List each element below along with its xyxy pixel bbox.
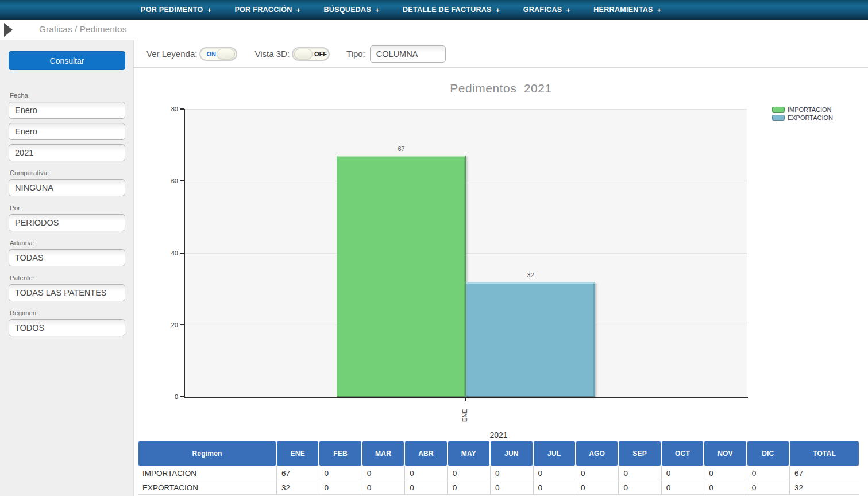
y-axis-tick (180, 108, 184, 110)
table-header-oct: OCT (661, 441, 704, 466)
table-cell-value: 0 (404, 466, 447, 480)
chart-panel: Pedimentos 2021 IMPORTACIONEXPORTACION 0… (134, 68, 868, 431)
table-cell-value: 0 (533, 466, 576, 480)
nav-item-por-fracci-n[interactable]: POR FRACCIÓN+ (234, 6, 300, 14)
table-header-jun: JUN (490, 441, 533, 466)
nav-item-graficas[interactable]: GRAFICAS+ (523, 6, 571, 14)
plus-icon: + (566, 6, 570, 14)
nav-item-herramientas[interactable]: HERRAMIENTAS+ (593, 6, 661, 14)
table-cell-regimen: EXPORTACION (138, 480, 276, 494)
table-row-importacion: IMPORTACION670000000000067 (138, 466, 859, 480)
table-header-total: TOTAL (789, 441, 859, 466)
chart-toolbar: Ver Leyenda: ON Vista 3D: OFF Tipo: COLU… (134, 40, 868, 68)
nav-item-por-pedimento[interactable]: POR PEDIMENTO+ (141, 6, 211, 14)
bar-exportacion[interactable] (466, 282, 595, 397)
table-cell-value: 32 (789, 480, 859, 494)
sidebar-label-por: Por: (10, 204, 125, 211)
select-regimen[interactable]: TODOS (9, 319, 125, 336)
table-cell-value: 0 (618, 466, 661, 480)
table-cell-value: 0 (704, 480, 746, 494)
toggle-knob[interactable] (217, 49, 235, 59)
table-cell-value: 0 (747, 466, 789, 480)
plus-icon: + (657, 6, 662, 14)
sidebar-group-fecha: FechaEneroEnero2021 (9, 92, 125, 161)
x-axis-tick (465, 398, 466, 401)
legend-item-exportacion[interactable]: EXPORTACION (772, 114, 833, 121)
select-patente[interactable]: TODAS LAS PATENTES (9, 284, 125, 301)
legend-item-importacion[interactable]: IMPORTACION (772, 106, 833, 113)
y-axis-line (184, 109, 185, 398)
table-cell-value: 0 (576, 466, 618, 480)
legend-swatch-importacion (772, 107, 785, 113)
sidebar-group-patente: Patente:TODAS LAS PATENTES (9, 274, 125, 301)
plus-icon: + (296, 6, 301, 14)
nav-item-label: POR FRACCIÓN (234, 6, 292, 14)
table-cell-value: 0 (533, 480, 576, 494)
plus-icon: + (375, 6, 380, 14)
table-cell-value: 0 (490, 480, 533, 494)
toggle-state-label: ON (206, 51, 216, 57)
plus-icon: + (207, 6, 212, 14)
table-header-abr: ABR (404, 441, 447, 466)
nav-item-b-squedas[interactable]: BÚSQUEDAS+ (324, 6, 380, 14)
nav-item-label: GRAFICAS (523, 6, 562, 14)
table-cell-value: 0 (319, 466, 361, 480)
table-header-row: RegimenENEFEBMARABRMAYJUNJULAGOSEPOCTNOV… (138, 441, 859, 466)
breadcrumb-arrow-icon[interactable] (4, 23, 13, 37)
consultar-button[interactable]: Consultar (9, 51, 125, 70)
table-header-ene: ENE (276, 441, 319, 466)
ver-leyenda-label: Ver Leyenda: (146, 49, 197, 59)
select-por[interactable]: PERIODOS (9, 214, 125, 231)
breadcrumb-row: Graficas / Pedimentos (0, 20, 868, 40)
select-fecha-3[interactable]: 2021 (9, 144, 125, 161)
table-header-ago: AGO (576, 441, 618, 466)
table-header-regimen: Regimen (138, 441, 276, 466)
table-cell-value: 0 (490, 466, 533, 480)
y-axis-tick (180, 253, 184, 254)
nav-item-label: DETALLE DE FACTURAS (403, 6, 492, 14)
select-fecha-2[interactable]: Enero (9, 123, 125, 140)
select-comparativa[interactable]: NINGUNA (9, 179, 125, 196)
legend-label: IMPORTACION (788, 106, 832, 113)
y-axis-tick (180, 324, 184, 326)
table-cell-value: 0 (576, 480, 618, 494)
chart-legend: IMPORTACIONEXPORTACION (772, 106, 833, 122)
sidebar-label-aduana: Aduana: (10, 239, 125, 246)
y-axis-label: 20 (157, 321, 178, 328)
nav-item-label: BÚSQUEDAS (324, 6, 372, 14)
ver-leyenda-toggle[interactable]: ON (199, 47, 237, 61)
table-cell-value: 67 (789, 466, 859, 480)
toggle-knob[interactable] (294, 49, 313, 59)
legend-swatch-exportacion (772, 115, 785, 121)
table-cell-value: 32 (276, 480, 319, 494)
nav-item-label: POR PEDIMENTO (141, 6, 203, 14)
table-cell-value: 0 (447, 480, 490, 494)
table-header-dic: DIC (747, 441, 789, 466)
table-year-label: 2021 (138, 431, 859, 441)
plus-icon: + (496, 6, 500, 14)
table-cell-value: 0 (404, 480, 447, 494)
nav-item-detalle-de-facturas[interactable]: DETALLE DE FACTURAS+ (403, 6, 500, 14)
table-header-sep: SEP (618, 441, 661, 466)
y-axis-label: 80 (157, 106, 178, 113)
app-window: POR PEDIMENTO+POR FRACCIÓN+BÚSQUEDAS+DET… (0, 0, 868, 496)
select-aduana[interactable]: TODAS (9, 249, 125, 266)
summary-table: 2021 RegimenENEFEBMARABRMAYJUNJULAGOSEPO… (138, 431, 859, 495)
sidebar-label-patente: Patente: (10, 274, 125, 281)
table-header-feb: FEB (319, 441, 361, 466)
table-cell-value: 0 (447, 466, 490, 480)
y-axis-label: 0 (157, 393, 178, 400)
gridline (185, 109, 747, 110)
plot-area: 0204060806732ENE (185, 109, 747, 397)
y-axis-tick (180, 396, 184, 397)
bar-importacion[interactable] (337, 156, 466, 397)
breadcrumb: Graficas / Pedimentos (39, 24, 126, 34)
table-header-may: MAY (447, 441, 490, 466)
y-axis-tick (180, 180, 184, 181)
select-fecha-1[interactable]: Enero (9, 102, 125, 119)
table-cell-value: 0 (661, 480, 704, 494)
vista-3d-toggle[interactable]: OFF (292, 47, 330, 61)
table-cell-value: 0 (362, 466, 404, 480)
gridline (185, 181, 747, 181)
tipo-select[interactable]: COLUMNA (370, 45, 446, 63)
